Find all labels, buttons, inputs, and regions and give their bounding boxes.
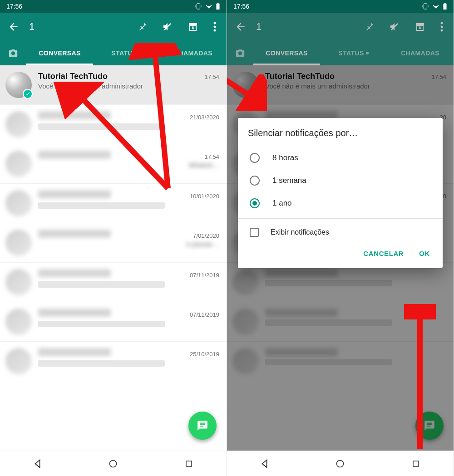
tabs: CONVERSAS STATUS CHAMADAS <box>227 41 454 65</box>
battery-icon <box>443 3 447 10</box>
status-time: 17:56 <box>6 3 22 10</box>
chat-preview: Você não é mais um administrador <box>38 82 219 90</box>
ok-button[interactable]: OK <box>419 250 430 257</box>
svg-rect-2 <box>217 3 219 4</box>
back-button[interactable] <box>231 21 251 33</box>
chat-title: Tutorial TechTudo <box>38 72 108 81</box>
chat-item[interactable]: 07/11/2019 <box>0 263 227 302</box>
svg-rect-11 <box>424 4 427 9</box>
svg-point-17 <box>441 29 443 32</box>
nav-home[interactable] <box>107 457 119 470</box>
tab-status[interactable]: STATUS <box>93 41 160 65</box>
chat-list[interactable]: Tutorial TechTudo 17:54 Você não é mais … <box>0 65 227 451</box>
svg-rect-14 <box>416 23 424 25</box>
more-vert-icon <box>213 22 216 32</box>
radio-icon <box>250 153 260 163</box>
status-icons <box>422 3 447 10</box>
new-chat-fab[interactable] <box>188 412 217 440</box>
pin-button[interactable] <box>357 21 381 32</box>
svg-point-4 <box>214 22 216 25</box>
chat-item[interactable]: 7/01/2020 e passar… <box>0 223 227 263</box>
overflow-button[interactable] <box>434 22 450 32</box>
chat-item[interactable]: 17:54 WhatsA… <box>0 144 227 184</box>
archive-button[interactable] <box>181 21 205 32</box>
svg-rect-12 <box>443 4 446 10</box>
archive-icon <box>415 21 425 32</box>
android-navbar <box>0 451 227 476</box>
radio-1-ano[interactable]: 1 ano <box>248 192 433 215</box>
status-icons <box>195 3 220 10</box>
radio-selected-icon <box>250 198 260 208</box>
nav-recent[interactable] <box>410 457 422 470</box>
svg-rect-8 <box>186 461 192 466</box>
svg-point-5 <box>214 26 216 28</box>
mute-icon <box>162 21 173 32</box>
chat-item[interactable]: 21/03/2020 <box>0 105 227 144</box>
archive-icon <box>188 21 198 32</box>
svg-rect-13 <box>444 3 446 4</box>
chat-item[interactable]: 07/11/2019 <box>0 302 227 342</box>
camera-icon <box>235 48 246 58</box>
chat-item-selected[interactable]: Tutorial TechTudo 17:54 Você não é mais … <box>0 65 227 105</box>
mute-icon <box>389 21 400 32</box>
svg-point-7 <box>110 460 117 467</box>
more-vert-icon <box>440 22 443 32</box>
svg-point-15 <box>441 22 443 25</box>
nav-back[interactable] <box>258 457 271 470</box>
svg-rect-3 <box>189 23 197 25</box>
camera-tab[interactable] <box>0 48 26 58</box>
pin-icon <box>137 21 148 32</box>
pin-button[interactable] <box>130 21 154 32</box>
selected-check-icon <box>23 89 33 99</box>
right-pane: 17:56 1 CONVERSAS STATUS CHAMADAS <box>227 0 454 476</box>
svg-rect-1 <box>216 4 219 10</box>
cancel-button[interactable]: CANCELAR <box>363 250 404 257</box>
selection-count: 1 <box>25 21 128 33</box>
checkbox-exibir-notificacoes[interactable]: Exibir notificações <box>248 219 433 241</box>
svg-point-6 <box>214 29 216 32</box>
overflow-button[interactable] <box>207 22 223 32</box>
chat-time: 17:54 <box>200 74 219 80</box>
selection-count: 1 <box>252 21 355 33</box>
tab-status[interactable]: STATUS <box>320 41 387 65</box>
tab-conversas[interactable]: CONVERSAS <box>253 41 320 65</box>
arrow-left-icon <box>235 21 247 33</box>
chat-item[interactable]: 25/10/2019 <box>0 342 227 381</box>
nav-back[interactable] <box>31 457 44 470</box>
arrow-left-icon <box>8 21 20 33</box>
radio-8-horas[interactable]: 8 horas <box>248 147 433 169</box>
selection-toolbar: 1 <box>0 13 227 41</box>
pin-icon <box>364 21 375 32</box>
svg-point-18 <box>337 460 344 467</box>
archive-button[interactable] <box>408 21 432 32</box>
tab-chamadas[interactable]: CHAMADAS <box>160 41 227 65</box>
triangle-back-icon <box>33 459 43 469</box>
radio-1-semana[interactable]: 1 semana <box>248 169 433 192</box>
nav-recent[interactable] <box>183 457 195 470</box>
tab-conversas[interactable]: CONVERSAS <box>26 41 93 65</box>
android-navbar <box>227 451 454 476</box>
tab-chamadas[interactable]: CHAMADAS <box>387 41 454 65</box>
avatar <box>5 72 32 98</box>
status-dot-icon <box>139 52 142 54</box>
radio-icon <box>250 176 260 186</box>
square-recent-icon <box>185 460 193 468</box>
mute-button[interactable] <box>156 21 179 32</box>
statusbar: 17:56 <box>0 0 227 13</box>
circle-home-icon <box>109 459 118 468</box>
battery-icon <box>216 3 220 10</box>
dialog-title: Silenciar notificações por… <box>248 128 433 138</box>
svg-rect-0 <box>197 4 200 9</box>
svg-rect-19 <box>413 461 419 466</box>
back-button[interactable] <box>4 21 24 33</box>
nav-home[interactable] <box>334 457 346 470</box>
svg-point-16 <box>441 26 443 28</box>
vibrate-icon <box>195 3 202 10</box>
checkbox-icon <box>250 228 259 237</box>
chat-item[interactable]: 10/01/2020 <box>0 184 227 223</box>
mute-dialog: Silenciar notificações por… 8 horas 1 se… <box>238 118 443 268</box>
vibrate-icon <box>422 3 429 10</box>
camera-tab[interactable] <box>227 48 253 58</box>
mute-button[interactable] <box>383 21 406 32</box>
message-icon <box>197 420 208 432</box>
